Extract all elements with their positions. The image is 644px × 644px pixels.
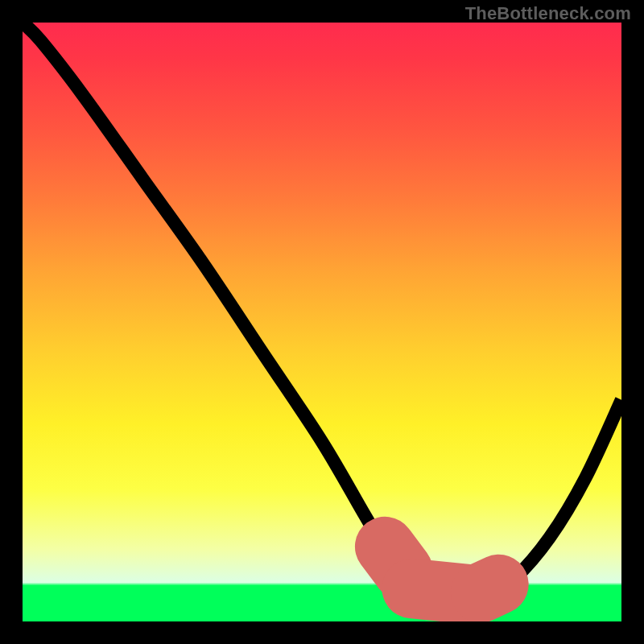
chart-svg (23, 23, 621, 621)
plot-area (23, 23, 621, 621)
curve-path (23, 23, 621, 598)
watermark-label: TheBottleneck.com (465, 3, 631, 24)
chart-frame: TheBottleneck.com (0, 0, 644, 644)
marker-right (481, 584, 498, 592)
